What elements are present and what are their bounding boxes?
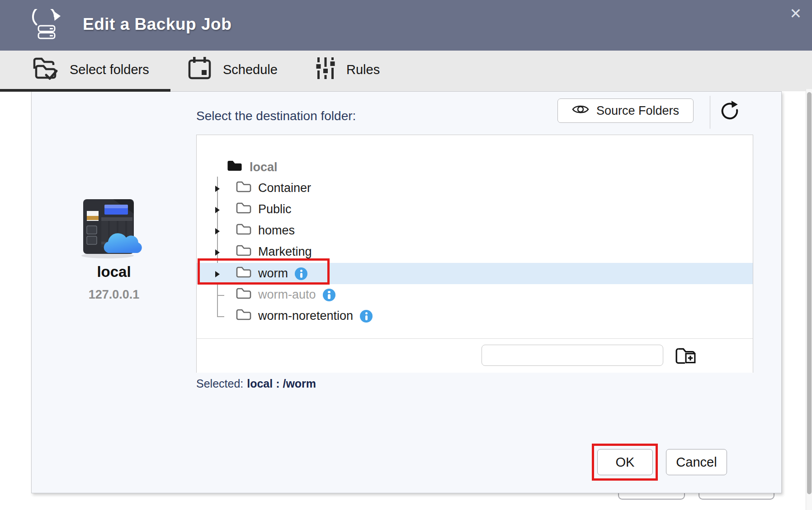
dialog-title: Edit a Backup Job (83, 0, 231, 51)
destination-heading: Select the destination folder: (196, 109, 356, 123)
folder-icon (236, 266, 252, 281)
spacer (214, 313, 221, 319)
destination-folder-tree: local Container Public (196, 135, 753, 373)
tree-label: homes (258, 224, 295, 238)
add-folder-button[interactable] (674, 345, 697, 367)
tree-row-worm-noretention[interactable]: worm-noretention (197, 305, 753, 327)
expand-arrow-icon[interactable] (214, 249, 221, 255)
tree-label: local (250, 160, 278, 174)
tree-row-marketing[interactable]: Marketing (197, 241, 753, 262)
expand-arrow-icon[interactable] (214, 206, 221, 213)
selected-line: Selected:local : /worm (196, 377, 316, 390)
tree-label: worm-noretention (258, 309, 353, 323)
server-ip: 127.0.0.1 (73, 288, 155, 302)
tree-row-local[interactable]: local (197, 157, 753, 178)
folder-icon (236, 202, 252, 217)
source-folders-button[interactable]: Source Folders (557, 98, 694, 123)
tree-row-homes[interactable]: homes (197, 220, 753, 241)
info-icon[interactable] (323, 289, 335, 301)
selected-value: local : /worm (247, 377, 316, 390)
tab-schedule[interactable]: Schedule (187, 51, 278, 89)
divider (710, 96, 710, 129)
dialog-titlebar: Edit a Backup Job ✕ (0, 0, 812, 51)
tree-row-container[interactable]: Container (197, 178, 753, 199)
tree-label: Marketing (258, 245, 312, 259)
new-folder-input[interactable] (482, 345, 663, 366)
tree-label: worm-auto (258, 288, 316, 302)
folder-icon-filled (226, 159, 243, 175)
tree-label: worm (258, 267, 288, 281)
ok-button[interactable]: OK (597, 449, 653, 475)
tree-row-public[interactable]: Public (197, 199, 753, 220)
folder-icon (236, 223, 252, 239)
backup-job-icon (29, 9, 64, 42)
folder-icon (236, 309, 252, 324)
close-icon[interactable]: ✕ (785, 3, 807, 24)
server-name: local (73, 263, 155, 281)
add-folder-icon (675, 346, 696, 366)
active-tab-underline (0, 89, 170, 92)
tab-rules[interactable]: Rules (316, 51, 380, 89)
tab-select-folders[interactable]: Select folders (30, 51, 149, 89)
source-folders-label: Source Folders (596, 104, 679, 118)
tab-bar: Select folders Schedule (0, 51, 812, 91)
tree-label: Public (258, 202, 292, 216)
spacer (214, 292, 221, 298)
selected-label: Selected: (196, 377, 243, 390)
tab-rules-label: Rules (346, 62, 380, 77)
cancel-button[interactable]: Cancel (666, 449, 727, 475)
refresh-button[interactable] (718, 98, 741, 122)
expand-arrow-icon[interactable] (214, 185, 221, 192)
folder-icon (236, 287, 252, 303)
page-scrollbar (806, 89, 812, 510)
select-folders-panel: local 127.0.0.1 Select the destination f… (31, 91, 782, 493)
expand-arrow-icon[interactable] (214, 271, 221, 277)
tree-label: Container (258, 181, 311, 195)
info-icon[interactable] (360, 310, 373, 323)
tab-schedule-label: Schedule (223, 62, 278, 77)
folder-icon (236, 181, 252, 196)
tree-rows: local Container Public (197, 135, 753, 338)
refresh-icon (719, 99, 740, 121)
select-folders-icon (30, 55, 59, 84)
nas-device-icon (80, 253, 148, 261)
sliders-icon (316, 56, 335, 84)
server-column: local 127.0.0.1 (73, 198, 155, 302)
scrollbar-thumb[interactable] (807, 92, 812, 494)
tree-footer (197, 338, 753, 373)
expand-arrow-icon[interactable] (214, 228, 221, 234)
tree-row-worm[interactable]: worm (197, 263, 753, 284)
info-icon[interactable] (295, 267, 307, 280)
eye-icon (572, 103, 589, 118)
tab-select-folders-label: Select folders (70, 62, 149, 77)
folder-icon (236, 244, 252, 260)
calendar-icon (187, 56, 212, 84)
tree-row-worm-auto[interactable]: worm-auto (197, 284, 753, 305)
